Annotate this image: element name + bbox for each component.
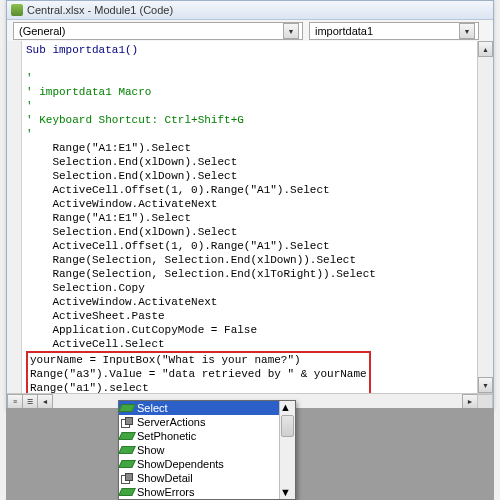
code-line: Selection.End(xlDown).Select [26,226,237,238]
property-icon [119,472,135,484]
intellisense-label: Select [137,402,168,414]
method-icon [119,458,135,470]
intellisense-item[interactable]: ShowDependents [119,457,295,471]
code-line: Selection.End(xlDown).Select [26,156,237,168]
code-line: ActiveSheet.Paste [26,310,165,322]
code-line: ' Keyboard Shortcut: Ctrl+Shift+G [26,114,244,126]
code-window: Central.xlsx - Module1 (Code) (General) … [6,0,494,410]
code-line: Range("A1:E1").Select [26,142,191,154]
code-editor[interactable]: Sub importdata1() ' ' importdata1 Macro … [22,41,478,393]
scroll-left-icon[interactable]: ◄ [37,394,53,409]
margin-gutter [7,41,22,393]
code-line: Range("a1").select [30,382,149,393]
scroll-up-icon[interactable]: ▲ [478,41,493,57]
window-title: Central.xlsx - Module1 (Code) [27,4,173,16]
code-line: yourName = InputBox("What is your name?"… [30,354,301,366]
intellisense-label: ShowDetail [137,472,193,484]
procedure-dropdown[interactable]: importdata1 ▼ [309,22,479,40]
object-dropdown-value: (General) [19,25,65,37]
code-line: Selection.Copy [26,282,145,294]
code-line: ' importdata1 Macro [26,86,151,98]
scroll-thumb[interactable] [281,415,294,437]
chevron-down-icon: ▼ [459,23,475,39]
code-line: ' [26,72,33,84]
intellisense-item[interactable]: SetPhonetic [119,429,295,443]
code-line: Range("A1:E1").Select [26,212,191,224]
scroll-up-icon[interactable]: ▲ [280,401,293,414]
method-icon [119,430,135,442]
code-line: ActiveWindow.ActivateNext [26,296,217,308]
intellisense-label: ShowErrors [137,486,194,498]
titlebar[interactable]: Central.xlsx - Module1 (Code) [7,1,493,20]
scroll-right-icon[interactable]: ► [462,394,478,409]
code-line: ActiveCell.Offset(1, 0).Range("A1").Sele… [26,240,330,252]
chevron-down-icon: ▼ [283,23,299,39]
vertical-scrollbar[interactable]: ▲ ▼ [477,41,493,393]
intellisense-item[interactable]: Show [119,443,295,457]
method-icon [119,402,135,414]
popup-scrollbar[interactable]: ▲ ▼ [279,401,295,499]
scroll-down-icon[interactable]: ▼ [280,486,293,499]
property-icon [119,416,135,428]
method-icon [119,486,135,498]
intellisense-label: SetPhonetic [137,430,196,442]
procedure-view-button[interactable]: ≡ [7,394,23,409]
scroll-down-icon[interactable]: ▼ [478,377,493,393]
code-line: ' [26,128,33,140]
full-module-view-button[interactable]: ☰ [22,394,38,409]
object-dropdown[interactable]: (General) ▼ [13,22,303,40]
code-line: ' [26,100,33,112]
method-icon [119,444,135,456]
intellisense-item[interactable]: Select [119,401,295,415]
intellisense-popup[interactable]: Select ServerActions SetPhonetic Show Sh… [118,400,296,500]
intellisense-label: Show [137,444,165,456]
highlighted-code-box: yourName = InputBox("What is your name?"… [26,351,371,393]
intellisense-item[interactable]: ShowDetail [119,471,295,485]
code-line: Application.CutCopyMode = False [26,324,257,336]
scroll-corner [477,394,493,409]
code-line: ActiveCell.Select [26,338,165,350]
procedure-dropdown-value: importdata1 [315,25,373,37]
code-line: ActiveCell.Offset(1, 0).Range("A1").Sele… [26,184,330,196]
module-icon [11,4,23,16]
code-line: ActiveWindow.ActivateNext [26,198,217,210]
intellisense-item[interactable]: ServerActions [119,415,295,429]
code-line: Range(Selection, Selection.End(xlDown)).… [26,254,356,266]
intellisense-label: ServerActions [137,416,205,428]
intellisense-label: ShowDependents [137,458,224,470]
code-line: Selection.End(xlDown).Select [26,170,237,182]
code-line: Sub importdata1() [26,44,138,56]
intellisense-item[interactable]: ShowErrors [119,485,295,499]
code-line: Range("a3").Value = "data retrieved by "… [30,368,367,380]
code-line: Range(Selection, Selection.End(xlToRight… [26,268,376,280]
